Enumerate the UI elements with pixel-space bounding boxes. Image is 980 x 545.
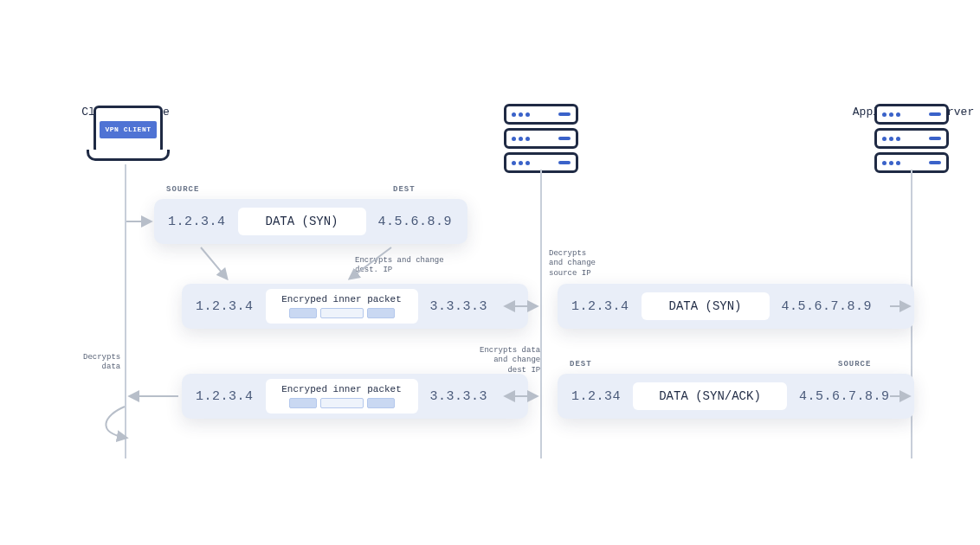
p5-src: 1.2.34 xyxy=(571,389,621,404)
p3-data: DATA (SYN) xyxy=(642,292,770,320)
packet-4: 1.2.3.4 Encryped inner packet 3.3.3.3 xyxy=(182,374,528,419)
p3-src: 1.2.3.4 xyxy=(571,299,629,314)
p4-dst: 3.3.3.3 xyxy=(430,389,488,404)
vpn-client-badge: VPN CLIENT xyxy=(100,121,156,138)
p1-dst: 4.5.6.8.9 xyxy=(378,215,453,229)
p3-dst: 4.5.6.7.8.9 xyxy=(782,299,873,314)
svg-line-1 xyxy=(201,247,227,279)
p4-encrypted: Encryped inner packet xyxy=(266,379,418,414)
p5-dst: 4.5.6.7.8.9 xyxy=(799,389,890,404)
p1-src: 1.2.3.4 xyxy=(168,215,226,229)
p2-src: 1.2.3.4 xyxy=(196,299,254,314)
p2-encrypted: Encryped inner packet xyxy=(266,289,418,324)
p5-data: DATA (SYN/ACK) xyxy=(633,382,787,410)
p4-enc-label: Encryped inner packet xyxy=(273,384,411,394)
laptop-icon: VPN CLIENT xyxy=(87,106,164,161)
app-server-icon xyxy=(874,104,949,173)
packet-3: 1.2.3.4 DATA (SYN) 4.5.6.7.8.9 xyxy=(558,284,914,329)
note-encrypt-dest: Encrypts and change dest. IP xyxy=(355,256,444,276)
p2-dst: 3.3.3.3 xyxy=(430,299,488,314)
p2-enc-label: Encryped inner packet xyxy=(273,294,411,305)
p1-source-label: SOURCE xyxy=(166,185,199,194)
vpn-server-icon xyxy=(504,104,578,173)
p1-dest-label: DEST xyxy=(393,185,416,194)
packet-1: 1.2.3.4 DATA (SYN) 4.5.6.8.9 xyxy=(154,199,467,244)
packet-2: 1.2.3.4 Encryped inner packet 3.3.3.3 xyxy=(182,284,528,329)
p5-dest-label: DEST xyxy=(570,360,592,369)
client-lifeline xyxy=(125,164,126,458)
packet-5: 1.2.34 DATA (SYN/ACK) 4.5.6.7.8.9 xyxy=(558,374,914,419)
note-decrypt-source: Decrypts and change source IP xyxy=(549,249,596,279)
vpn-lifeline xyxy=(540,170,542,458)
p4-src: 1.2.3.4 xyxy=(196,389,254,404)
p5-source-label: SOURCE xyxy=(838,360,871,369)
diagram-stage: Client Device 1.2.3.4 VPN server 3.3.3.3… xyxy=(0,0,980,545)
note-encrypt-data-dest: Encrypts data and change dest IP xyxy=(480,346,540,375)
p1-data: DATA (SYN) xyxy=(238,208,366,235)
note-decrypts-data: Decrypts data xyxy=(83,353,120,373)
